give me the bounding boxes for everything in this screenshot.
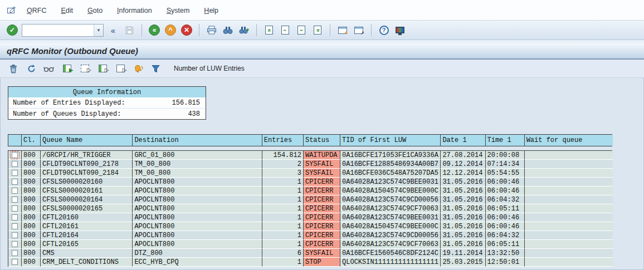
row-checkbox[interactable]: [12, 179, 18, 185]
cell-entries: 3: [262, 169, 304, 178]
create-shortcut-icon[interactable]: ↗: [352, 23, 365, 37]
menu-item-information[interactable]: Information: [117, 7, 152, 14]
column-header-date-1: Date 1: [441, 135, 485, 146]
arrow-left-icon: «: [149, 24, 160, 36]
alarm-bell-icon[interactable]: [131, 62, 145, 75]
display-icon[interactable]: [42, 62, 56, 75]
cell-status: CPICERR: [304, 231, 340, 240]
cell-queue-name: CFTL20161: [41, 222, 133, 231]
customize-layout-icon[interactable]: [393, 23, 407, 37]
last-page-icon[interactable]: «: [311, 23, 324, 37]
row-checkbox[interactable]: [12, 232, 18, 238]
cell-destination: TM_00_800: [133, 160, 262, 169]
find-icon[interactable]: [221, 23, 235, 37]
command-input[interactable]: [22, 24, 94, 36]
menu-item-qrfc[interactable]: QRFC: [27, 7, 46, 14]
filter-icon[interactable]: [149, 62, 163, 75]
cell-entries: 1: [262, 222, 304, 231]
activate-queue-icon[interactable]: ▶: [60, 62, 74, 75]
sap-gui-window: QRFCEditGotoInformationSystemHelp ✓ ▼ « …: [0, 0, 644, 270]
cell-wait: [525, 160, 613, 169]
cell-tid: 0A64028A123C574C9BEE0031: [340, 178, 441, 186]
refresh-icon[interactable]: [25, 62, 38, 75]
page-up-icon[interactable]: ‹: [279, 23, 292, 37]
cell-select: [8, 178, 22, 186]
print-icon[interactable]: [205, 23, 218, 37]
cell-cl: 800: [22, 160, 41, 169]
arrow-up-right-glyph: ↗: [360, 31, 364, 36]
chevron-down-icon[interactable]: ▼: [94, 24, 103, 36]
cell-queue-name: CFTL20165: [41, 240, 133, 249]
column-header-time-1: Time 1: [486, 135, 525, 146]
menu-item-system[interactable]: System: [167, 7, 190, 14]
collapse-toolbar-icon[interactable]: «: [106, 23, 120, 37]
row-checkbox[interactable]: [12, 152, 18, 158]
menu-item-help[interactable]: Help: [204, 7, 218, 14]
new-session-icon[interactable]: ✦: [336, 23, 349, 37]
cell-tid: 0A64028A123C574C9CF70063: [340, 204, 441, 213]
row-checkbox[interactable]: [12, 223, 18, 229]
row-checkbox[interactable]: [12, 214, 18, 220]
column-header-select: [8, 135, 22, 146]
back-icon[interactable]: «: [148, 23, 161, 37]
cell-date: 12.12.2014: [441, 169, 485, 178]
queue-info-value: 156.815: [172, 99, 200, 107]
row-checkbox[interactable]: [12, 205, 18, 212]
queue-table-body: 800/GRCPI/HR_TRIGGERGRC_01_800154.812WAI…: [8, 150, 612, 267]
cell-queue-name: CFSLS0000020164: [41, 195, 133, 204]
cell-destination: DTZ_800: [133, 249, 262, 258]
row-checkbox[interactable]: [12, 197, 18, 203]
cell-time: 20:00:08: [486, 151, 525, 160]
cell-wait: [525, 258, 613, 267]
command-field[interactable]: ▼: [22, 24, 104, 37]
delete-icon[interactable]: [7, 62, 20, 75]
cell-destination: APOCLNT800: [133, 240, 262, 249]
cell-status: STOP: [304, 258, 340, 267]
control-menu-icon[interactable]: [7, 5, 18, 15]
cell-select: [8, 151, 22, 160]
first-page-icon[interactable]: «: [262, 23, 276, 37]
row-checkbox[interactable]: [12, 170, 18, 176]
activate-queue-dashed-icon[interactable]: ▷: [78, 62, 91, 75]
row-checkbox[interactable]: [12, 259, 18, 265]
queue-info-label: Number of Entries Displayed:: [13, 99, 172, 107]
debug-luw-icon[interactable]: ▷: [114, 62, 127, 75]
cell-status: CPICERR: [304, 222, 340, 231]
row-checkbox[interactable]: [12, 250, 18, 256]
find-next-icon[interactable]: [237, 23, 251, 37]
cell-wait: [525, 240, 613, 249]
column-header-destination: Destination: [133, 135, 262, 146]
row-checkbox[interactable]: [12, 241, 18, 247]
cell-date: 25.03.2015: [441, 258, 485, 267]
row-checkbox[interactable]: [12, 161, 18, 167]
cell-status: SYSFAIL: [304, 160, 340, 169]
page-down-icon[interactable]: ‹: [295, 23, 308, 37]
enter-button[interactable]: ✓: [6, 23, 19, 37]
row-checkbox[interactable]: [12, 188, 18, 194]
help-icon[interactable]: ?: [377, 23, 391, 37]
funnel-glyph: [152, 65, 160, 73]
trash-glyph: [9, 64, 18, 73]
cell-date: 31.05.2016: [441, 240, 485, 249]
cell-status: CPICERR: [304, 240, 340, 249]
cell-select: [8, 249, 22, 258]
exit-icon[interactable]: ^: [164, 23, 177, 37]
cell-destination: APOCLNT800: [133, 231, 262, 240]
column-header-wait-for-queue: Wait for queue: [525, 135, 613, 146]
table-gap: [8, 146, 612, 150]
cancel-icon[interactable]: ✕: [180, 23, 193, 37]
focus-ring: [10, 151, 19, 159]
cell-cl: 800: [22, 178, 41, 186]
cell-wait: [525, 195, 613, 204]
menu-item-edit[interactable]: Edit: [61, 7, 73, 14]
cell-destination: APOCLNT800: [133, 195, 262, 204]
cell-cl: 800: [22, 195, 41, 204]
cell-select: [8, 240, 22, 249]
save-icon[interactable]: [123, 23, 136, 37]
cell-cl: 800: [22, 186, 41, 195]
menu-item-goto[interactable]: Goto: [87, 7, 103, 14]
cell-select: [8, 222, 22, 231]
cell-destination: TM_00_800: [133, 169, 262, 178]
cell-tid: QLOCKSIN1111111111111111: [340, 258, 441, 267]
execute-luw-icon[interactable]: ▷: [96, 62, 109, 75]
